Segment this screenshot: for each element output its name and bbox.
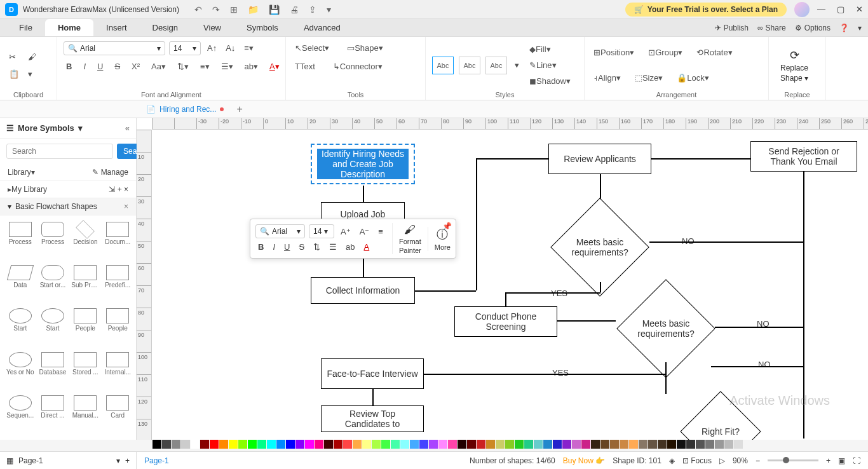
shape-palette-item[interactable]: Yes or No (5, 351, 36, 391)
shape-palette-item[interactable]: Database (38, 351, 68, 391)
color-swatch[interactable] (419, 440, 428, 449)
color-swatch[interactable] (153, 440, 161, 449)
mini-font-combo[interactable]: 🔍Arial▾ (255, 224, 305, 238)
node-rejection-email[interactable]: Send Rejection or Thank You Email (750, 141, 857, 172)
connector[interactable] (600, 282, 601, 292)
connector[interactable] (415, 290, 476, 292)
color-swatch[interactable] (438, 440, 447, 449)
color-swatch[interactable] (210, 440, 219, 449)
mini-bullets[interactable]: ☰ (327, 241, 339, 253)
shape-palette-item[interactable]: Decision (70, 221, 100, 261)
color-swatch[interactable] (400, 440, 409, 449)
maximize-button[interactable]: ▢ (837, 4, 844, 14)
menu-design[interactable]: Design (140, 19, 191, 36)
color-swatch[interactable] (610, 440, 619, 449)
menu-view[interactable]: View (191, 19, 234, 36)
select-tool[interactable]: ↖ Select▾ (292, 41, 332, 55)
shape-palette-item[interactable]: Sequen... (5, 394, 36, 435)
canvas-area[interactable]: -30-20-100102030405060708090100110120130… (137, 118, 868, 440)
text-tool[interactable]: T Text (292, 59, 318, 74)
connector[interactable] (476, 158, 548, 160)
color-swatch[interactable] (534, 440, 543, 449)
export-icon[interactable]: ⇪ (309, 4, 316, 15)
connector-tool[interactable]: ↳ Connector▾ (330, 59, 385, 74)
font-size-combo[interactable]: 14▾ (169, 41, 201, 55)
color-swatch[interactable] (486, 440, 495, 449)
focus-button[interactable]: ⊡ Focus (682, 456, 712, 465)
line-button[interactable]: ✎ Line▾ (527, 58, 573, 72)
user-avatar[interactable] (794, 2, 810, 17)
mini-size-combo[interactable]: 14▾ (309, 224, 334, 238)
color-swatch[interactable] (705, 440, 714, 449)
cut-button[interactable]: ✂ (6, 50, 22, 64)
shape-search-input[interactable] (6, 144, 113, 159)
mini-align[interactable]: ≡ (376, 226, 386, 238)
zoom-in-button[interactable]: + (826, 456, 831, 465)
color-swatch[interactable] (543, 440, 552, 449)
shape-palette-item[interactable]: Card (103, 394, 132, 435)
share-button[interactable]: ∞Share (757, 24, 786, 32)
shape-palette-item[interactable]: Manual... (70, 394, 100, 435)
shape-palette-item[interactable]: Start or... (38, 264, 68, 304)
lock-button[interactable]: 🔒 Lock▾ (674, 71, 711, 85)
close-button[interactable]: ✕ (856, 4, 863, 14)
align-arrange-button[interactable]: ⫞ Align▾ (591, 71, 623, 85)
shape-palette-item[interactable]: Start (5, 307, 36, 348)
shape-tool[interactable]: ▭ Shape▾ (344, 41, 386, 55)
options-button[interactable]: ⚙Options (795, 24, 831, 32)
size-button[interactable]: ⬚ Size▾ (632, 71, 665, 85)
color-swatch[interactable] (505, 440, 514, 449)
zoom-out-button[interactable]: − (756, 456, 760, 465)
connector[interactable] (363, 186, 364, 202)
flowchart-section-header[interactable]: ▾ Basic Flowchart Shapes × (0, 198, 136, 215)
color-swatch[interactable] (162, 440, 171, 449)
bold-button[interactable]: B (64, 59, 74, 74)
mini-dec-font[interactable]: A⁻ (357, 226, 372, 238)
buy-now-link[interactable]: Buy Now 👉 (563, 456, 605, 465)
trial-banner[interactable]: 🛒 Your Free Trial is over. Select a Plan (625, 3, 787, 17)
superscript-button[interactable]: X² (129, 59, 142, 74)
mini-italic[interactable]: I (270, 241, 278, 253)
publish-button[interactable]: ✈Publish (715, 24, 749, 32)
connector[interactable] (424, 374, 665, 375)
connector[interactable] (665, 362, 667, 394)
mini-highlight[interactable]: ab (343, 241, 357, 253)
mini-underline[interactable]: U (281, 241, 292, 253)
redo-icon[interactable]: ↷ (212, 4, 220, 15)
connector[interactable] (476, 158, 477, 290)
menu-insert[interactable]: Insert (93, 19, 140, 36)
color-swatch[interactable] (200, 440, 209, 449)
color-swatch[interactable] (572, 440, 581, 449)
pages-icon[interactable]: ▦ (6, 456, 13, 465)
node-right-fit[interactable]: Right Fit? (680, 391, 761, 440)
undo-icon[interactable]: ↶ (194, 4, 202, 15)
group-button[interactable]: ⊡ Group▾ (646, 45, 685, 60)
color-swatch[interactable] (496, 440, 505, 449)
mini-spacing[interactable]: ⇅ (311, 241, 323, 253)
position-button[interactable]: ⊞ Position▾ (591, 45, 637, 60)
shape-palette-item[interactable]: Internal... (103, 351, 132, 391)
minimize-button[interactable]: — (817, 4, 825, 14)
color-swatch[interactable] (600, 440, 609, 449)
menu-file[interactable]: File (6, 19, 45, 36)
manage-link[interactable]: ✎ Manage (92, 168, 128, 177)
node-collect-info[interactable]: Collect Information (311, 277, 415, 304)
color-swatch[interactable] (219, 440, 228, 449)
lib-add-icon[interactable]: + (118, 185, 122, 194)
copy-button[interactable]: 📋 (6, 67, 22, 81)
color-swatch[interactable] (295, 440, 304, 449)
doc-tab[interactable]: 📄 Hiring and Rec... (140, 102, 230, 116)
color-swatch[interactable] (362, 440, 371, 449)
menu-advanced[interactable]: Advanced (291, 19, 353, 36)
rotate-button[interactable]: ⟲ Rotate▾ (694, 45, 735, 60)
print-icon[interactable]: 🖨 (290, 4, 299, 15)
font-color-button[interactable]: A▾ (267, 59, 282, 74)
open-icon[interactable]: 📁 (248, 4, 259, 15)
color-swatch[interactable] (381, 440, 390, 449)
color-swatch[interactable] (686, 440, 695, 449)
color-swatch[interactable] (334, 440, 342, 449)
color-swatch[interactable] (639, 440, 648, 449)
color-palette-bar[interactable] (153, 440, 855, 450)
shape-palette-item[interactable]: Direct ... (38, 394, 68, 435)
decrease-font-button[interactable]: A↓ (223, 41, 238, 55)
